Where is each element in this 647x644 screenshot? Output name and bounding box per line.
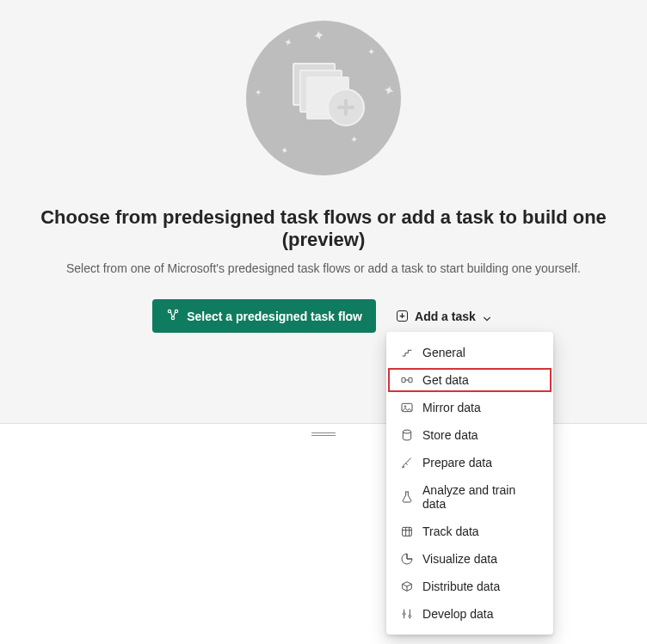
add-task-button[interactable]: + Add a task [393, 301, 495, 332]
flow-icon [166, 308, 180, 324]
menu-item-label: Develop data [422, 607, 494, 621]
plus-circle-icon [327, 89, 365, 126]
track-data-icon [400, 524, 414, 538]
empty-state-panel: ✦ ✦ ✦ ✦ ✦ ✦ ✦ Choose from predesigned ta… [0, 0, 647, 333]
menu-item-mirror-data[interactable]: Mirror data [386, 394, 553, 421]
add-task-label: Add a task [415, 310, 476, 323]
get-data-icon [400, 373, 414, 387]
menu-item-store-data[interactable]: Store data [386, 421, 553, 449]
action-row: Select a predesigned task flow + Add a t… [0, 299, 647, 333]
menu-item-label: General [422, 346, 465, 359]
stacked-cards-icon [293, 63, 348, 118]
svg-rect-8 [403, 527, 412, 536]
menu-item-track-data[interactable]: Track data [386, 518, 553, 545]
menu-item-label: Prepare data [422, 456, 492, 469]
svg-point-2 [171, 316, 174, 319]
menu-item-distribute-data[interactable]: Distribute data [386, 573, 553, 600]
visualize-data-icon [400, 552, 414, 566]
menu-item-general[interactable]: General [386, 339, 553, 366]
sparkle-icon: ✦ [350, 134, 358, 145]
svg-point-9 [403, 612, 405, 615]
menu-item-prepare-data[interactable]: Prepare data [386, 449, 553, 476]
sparkle-icon: ✦ [381, 82, 396, 101]
svg-rect-4 [409, 377, 412, 382]
menu-item-analyze-and-train-data[interactable]: Analyze and train data [386, 476, 553, 518]
menu-item-label: Distribute data [422, 580, 500, 593]
chevron-down-icon [483, 312, 491, 321]
hero-illustration: ✦ ✦ ✦ ✦ ✦ ✦ ✦ [246, 21, 401, 175]
sparkle-icon: ✦ [282, 35, 293, 49]
plus-square-icon: + [397, 310, 408, 322]
sparkle-icon: ✦ [255, 88, 262, 97]
page-subheadline: Select from one of Microsoft's predesign… [0, 261, 647, 275]
general-icon [400, 346, 414, 359]
sparkle-icon: ✦ [279, 144, 290, 157]
menu-item-develop-data[interactable]: Develop data [386, 600, 553, 628]
svg-point-6 [404, 405, 406, 407]
menu-item-label: Track data [422, 524, 479, 538]
menu-item-label: Store data [422, 428, 478, 442]
store-data-icon [400, 428, 414, 442]
select-predesigned-label: Select a predesigned task flow [187, 310, 362, 323]
prepare-data-icon [400, 456, 414, 469]
select-predesigned-button[interactable]: Select a predesigned task flow [152, 299, 376, 333]
analyze-and-train-data-icon [400, 490, 414, 504]
sparkle-icon: ✦ [367, 46, 375, 58]
menu-item-label: Get data [422, 373, 469, 387]
develop-data-icon [400, 607, 414, 621]
menu-item-label: Mirror data [422, 401, 481, 414]
menu-item-get-data[interactable]: Get data [386, 366, 553, 394]
distribute-data-icon [400, 580, 414, 593]
drag-handle[interactable] [311, 432, 336, 435]
add-task-dropdown: + Add a task GeneralGet dataMirror dataS… [393, 301, 495, 332]
svg-rect-3 [402, 377, 405, 382]
menu-item-visualize-data[interactable]: Visualize data [386, 545, 553, 573]
svg-point-10 [409, 615, 411, 617]
menu-item-label: Analyze and train data [422, 483, 539, 511]
sparkle-icon: ✦ [311, 27, 325, 45]
svg-point-7 [403, 430, 410, 433]
add-task-menu: GeneralGet dataMirror dataStore dataPrep… [386, 332, 553, 635]
mirror-data-icon [400, 401, 414, 414]
menu-item-label: Visualize data [422, 552, 497, 566]
page-headline: Choose from predesigned task flows or ad… [0, 206, 647, 251]
